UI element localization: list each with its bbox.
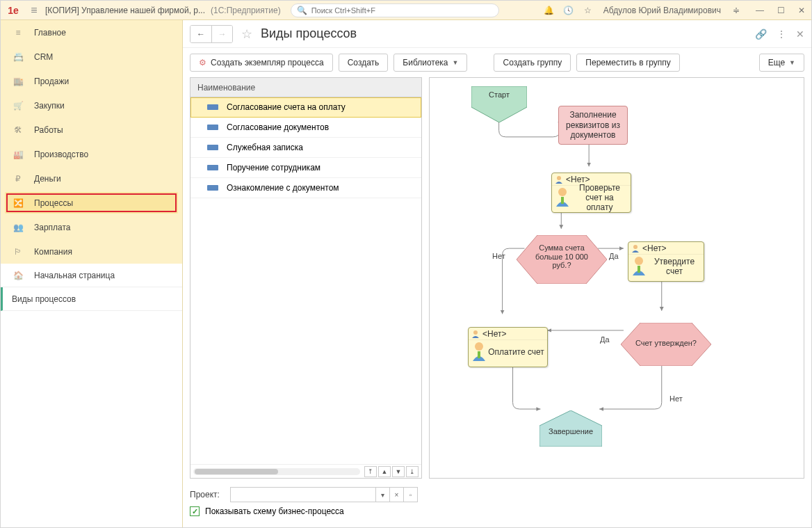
sidebar-item-crm[interactable]: 📇CRM xyxy=(1,45,182,69)
list-row[interactable]: Служебная записка xyxy=(190,138,421,158)
current-user[interactable]: Абдулов Юрий Владимирович xyxy=(603,6,721,15)
list-body: Согласование счета на оплату Согласовани… xyxy=(190,97,421,464)
horizontal-scrollbar[interactable] xyxy=(193,468,360,475)
sidebar-item-company[interactable]: 🏳Компания xyxy=(1,239,182,264)
settings-filter-icon[interactable]: ≑ xyxy=(729,3,743,17)
project-label: Проект: xyxy=(190,490,225,499)
start-label: Старт xyxy=(471,90,527,99)
user-icon xyxy=(471,330,480,338)
scroll-bottom-button[interactable]: ⤓ xyxy=(406,466,419,477)
link-start-page[interactable]: 🏠Начальная страница xyxy=(1,264,182,287)
maximize-button[interactable]: ☐ xyxy=(774,6,788,15)
sidebar-item-main[interactable]: ≡Главное xyxy=(1,20,182,45)
sidebar-item-processes[interactable]: 🔀Процессы xyxy=(5,192,178,214)
close-page-icon[interactable]: ✕ xyxy=(796,29,804,40)
global-search[interactable]: 🔍 xyxy=(291,3,499,17)
sidebar-item-salary[interactable]: 👥Зарплата xyxy=(1,215,182,239)
svg-rect-13 xyxy=(478,351,480,358)
page-title: Виды процессов xyxy=(261,26,357,41)
company-icon: 🏳 xyxy=(12,246,24,258)
titlebar: 1e ≡ [КОПИЯ] Управление нашей фирмой, р.… xyxy=(1,1,811,20)
link-icon[interactable]: 🔗 xyxy=(755,29,767,40)
bell-icon[interactable]: 🔔 xyxy=(542,3,556,17)
history-nav: ← → xyxy=(190,25,233,43)
sidebar-item-sales[interactable]: 🏬Продажи xyxy=(1,69,182,93)
svg-rect-9 xyxy=(638,266,640,273)
approved-decision-label: Счет утвержден? xyxy=(630,339,702,347)
create-group-button[interactable]: Создать группу xyxy=(494,54,571,72)
link-process-types[interactable]: Виды процессов xyxy=(1,287,182,311)
sales-icon: 🏬 xyxy=(12,75,24,88)
burger-menu-icon[interactable]: ≡ xyxy=(27,3,41,17)
works-icon: 🛠 xyxy=(12,124,24,136)
sidebar-item-purchase[interactable]: 🛒Закупки xyxy=(1,93,182,118)
favorite-star-icon[interactable]: ☆ xyxy=(241,26,252,42)
create-button[interactable]: Создать xyxy=(339,54,389,72)
list-header[interactable]: Наименование xyxy=(190,78,421,97)
create-instance-button[interactable]: ⚙ Создать экземпляр процесса xyxy=(190,54,333,72)
list-footer: ⤒ ▲ ▼ ⤓ xyxy=(190,464,421,478)
search-input[interactable] xyxy=(311,6,493,15)
show-schema-label: Показывать схему бизнес-процесса xyxy=(205,506,344,516)
processes-icon: 🔀 xyxy=(12,197,24,209)
performer-icon xyxy=(631,256,647,275)
bottom-form: Проект: ▾ × ▫ ✓ Показывать схему бизнес-… xyxy=(183,483,811,527)
performer-icon xyxy=(555,187,570,207)
svg-point-4 xyxy=(558,188,567,196)
project-combobox[interactable]: ▾ × ▫ xyxy=(230,487,418,502)
library-dropdown[interactable]: Библиотека▼ xyxy=(393,54,467,72)
production-icon: 🏭 xyxy=(12,148,24,161)
list-row[interactable]: Согласование счета на оплату xyxy=(190,97,421,118)
history-icon[interactable]: 🕓 xyxy=(562,3,576,17)
project-input[interactable] xyxy=(231,488,375,502)
menu-icon: ≡ xyxy=(12,26,24,39)
list-row[interactable]: Ознакомление с документом xyxy=(190,178,421,198)
svg-point-8 xyxy=(635,257,643,265)
pay-task[interactable]: <Нет> Оплатите счет xyxy=(468,327,548,367)
kebab-menu-icon[interactable]: ⋮ xyxy=(777,29,786,40)
window-title: [КОПИЯ] Управление нашей фирмой, р... xyxy=(45,6,205,15)
scroll-down-button[interactable]: ▼ xyxy=(392,466,405,477)
open-button[interactable]: ▫ xyxy=(403,488,417,502)
window-subtitle: (1С:Предприятие) xyxy=(211,6,281,15)
show-schema-checkbox[interactable]: ✓ xyxy=(190,506,200,516)
scroll-top-button[interactable]: ⤒ xyxy=(364,466,377,477)
user-icon xyxy=(555,175,563,184)
process-type-icon xyxy=(207,104,218,110)
star-icon[interactable]: ☆ xyxy=(581,3,595,17)
approve-task[interactable]: <Нет> Утвердите счет xyxy=(628,241,704,282)
diagram-pane[interactable]: Старт Заполнение реквизитов из документо… xyxy=(429,77,804,479)
scroll-up-button[interactable]: ▲ xyxy=(378,466,391,477)
edge-label-no: Нет xyxy=(669,394,683,403)
search-icon: 🔍 xyxy=(297,6,307,15)
check-invoice-task[interactable]: <Нет> Проверьте счет на оплату xyxy=(551,173,631,213)
move-to-group-button[interactable]: Переместить в группу xyxy=(576,54,679,72)
chevron-down-icon: ▼ xyxy=(789,59,795,66)
sidebar-item-production[interactable]: 🏭Производство xyxy=(1,142,182,166)
chevron-down-icon: ▼ xyxy=(453,59,459,66)
sidebar-item-works[interactable]: 🛠Работы xyxy=(1,118,182,142)
list-row[interactable]: Поручение сотрудникам xyxy=(190,158,421,178)
list-row[interactable]: Согласование документов xyxy=(190,118,421,138)
salary-icon: 👥 xyxy=(12,221,24,234)
process-type-icon xyxy=(207,185,218,191)
app-logo-icon: 1e xyxy=(3,3,23,17)
user-icon xyxy=(631,244,640,253)
clear-button[interactable]: × xyxy=(389,488,403,502)
process-type-icon xyxy=(207,165,218,170)
dropdown-toggle[interactable]: ▾ xyxy=(375,488,389,502)
close-button[interactable]: ✕ xyxy=(795,6,809,15)
minimize-button[interactable]: — xyxy=(753,6,767,15)
more-actions-dropdown[interactable]: Еще▼ xyxy=(759,54,804,72)
svg-point-7 xyxy=(633,245,638,249)
run-icon: ⚙ xyxy=(199,58,206,67)
page-header: ← → ☆ Виды процессов 🔗 ⋮ ✕ xyxy=(183,20,811,48)
toolbar: ⚙ Создать экземпляр процесса Создать Биб… xyxy=(183,48,811,77)
sidebar-item-money[interactable]: ₽Деньги xyxy=(1,166,182,191)
finish-label: Завершение xyxy=(539,427,602,435)
edge-label-yes: Да xyxy=(609,252,619,260)
edge-label-no: Нет xyxy=(492,252,505,260)
back-button[interactable]: ← xyxy=(190,26,211,42)
home-icon: 🏠 xyxy=(12,269,24,282)
fill-requisites-node[interactable]: Заполнение реквизитов из документов xyxy=(558,106,628,145)
